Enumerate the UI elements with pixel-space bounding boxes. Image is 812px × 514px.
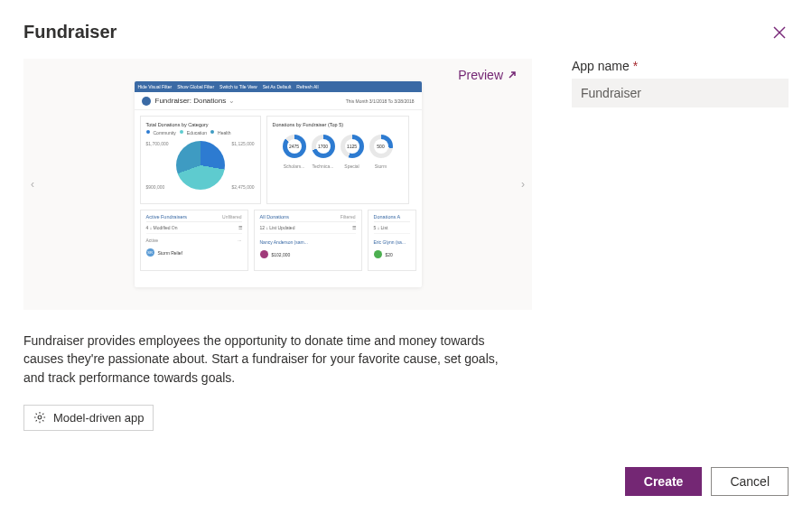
preview-label: Preview xyxy=(458,68,503,82)
thumb-card-donations-category: Total Donations by Category Community Ed… xyxy=(140,116,261,204)
thumb-header: Fundraiser: Donations ⌄ This Month 3/1/2… xyxy=(135,92,422,110)
prev-thumbnail-button[interactable]: ‹ xyxy=(31,178,34,191)
app-badge-icon xyxy=(142,97,151,106)
app-type-badge: Model-driven app xyxy=(23,405,154,431)
app-name-label: App name * xyxy=(572,59,789,73)
close-button[interactable] xyxy=(770,23,789,42)
close-icon xyxy=(773,26,786,39)
thumb-card-active-fundraisers: Active FundraisersUnfiltered 4 ↓ Modifie… xyxy=(140,210,248,271)
thumb-toolbar: Hide Visual Filter Show Global Filter Sw… xyxy=(135,81,422,92)
dialog-title: Fundraiser xyxy=(23,22,117,42)
preview-panel: Preview ‹ › Hide Visual Filter Show Glob… xyxy=(23,59,532,310)
cancel-button[interactable]: Cancel xyxy=(711,467,789,496)
thumb-card-all-donations: All DonationsFiltered 12 ↓ List Updated☰… xyxy=(254,210,362,271)
app-create-dialog: Fundraiser Preview ‹ › Hide Visual Filte… xyxy=(0,0,812,514)
thumb-card-donations-fundraiser: Donations by Fundraiser (Top 5) 2475 170… xyxy=(266,116,409,204)
badge-label: Model-driven app xyxy=(53,411,144,425)
preview-link[interactable]: Preview xyxy=(458,68,518,82)
app-thumbnail: Hide Visual Filter Show Global Filter Sw… xyxy=(135,81,422,287)
app-name-input[interactable] xyxy=(572,79,789,107)
next-thumbnail-button[interactable]: › xyxy=(521,178,525,191)
svg-point-2 xyxy=(38,416,42,419)
gear-icon xyxy=(33,411,46,424)
external-link-icon xyxy=(507,70,518,80)
thumb-card-donations-a: Donations A 5 ↓ List Eric Glynn (sa... $… xyxy=(368,210,416,271)
create-button[interactable]: Create xyxy=(625,467,703,496)
app-description: Fundraiser provides employees the opport… xyxy=(23,332,511,387)
